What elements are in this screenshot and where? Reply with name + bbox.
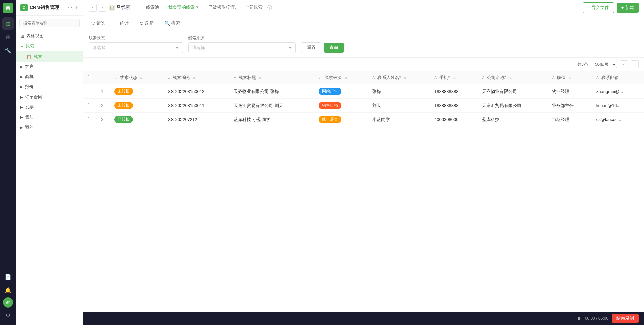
row-checkbox-cell [83, 84, 97, 99]
col-status-icon: ⊙ [114, 76, 117, 80]
document-icon[interactable]: 📄 [2, 270, 14, 283]
table-row[interactable]: 2 未转换 XS-202208150011 天逸汇贸易有限公司-刘天 销售自拓 … [83, 99, 644, 113]
end-recording-button[interactable]: 结束录制 [612, 314, 639, 323]
bell-icon[interactable]: 🔔 [2, 284, 14, 296]
tab-all-leads[interactable]: 全部线索 [240, 0, 267, 15]
tab-my-leads-arrow-icon[interactable]: ▼ [196, 5, 199, 9]
row-checkbox[interactable] [88, 103, 92, 107]
quote-arrow-icon: ▶ [20, 85, 23, 89]
sidebar-group-aftersale[interactable]: ▶ 售后 [16, 112, 83, 122]
select-all-checkbox[interactable] [88, 75, 92, 79]
sidebar-group-order[interactable]: ▶ 订单合同 [16, 92, 83, 102]
table-row[interactable]: 1 未转换 XS-202208150012 天齐物业有限公司-张梅 网站广告 张… [83, 84, 644, 99]
filter-status-select[interactable]: 请选择 ▼ [89, 42, 183, 53]
invoice-arrow-icon: ▶ [20, 105, 23, 109]
row-phone: 1888888888 [430, 84, 478, 99]
opportunity-arrow-icon: ▶ [20, 75, 23, 79]
col-phone-sort-icon[interactable]: ⇅ [452, 76, 455, 80]
order-arrow-icon: ▶ [20, 95, 23, 99]
filter-actions: 重置 查询 [301, 42, 344, 53]
mine-group-label: 我的 [25, 124, 34, 130]
col-company-sort-icon[interactable]: ⇅ [509, 76, 512, 80]
tab-info-icon[interactable]: ⓘ [267, 5, 272, 11]
row-checkbox-cell [83, 113, 97, 127]
import-label: 导入文件 [592, 5, 609, 11]
sidebar-group-invoice[interactable]: ▶ 发票 [16, 102, 83, 112]
sidebar-group-customer[interactable]: ▶ 客户 [16, 62, 83, 72]
stats-button[interactable]: ≈ 统计 [113, 19, 131, 28]
refresh-label: 刷新 [145, 20, 154, 26]
row-checkbox[interactable] [88, 89, 92, 93]
tabs: 线索池 我负责的线索 ▼ 已被领取/分配 全部线索 ⓘ [141, 0, 580, 15]
row-checkbox[interactable] [88, 117, 92, 121]
search-button[interactable]: 🔍 搜索 [162, 19, 183, 28]
table-view-label: 表格视图 [26, 33, 44, 39]
settings-icon[interactable]: ⚙ [2, 309, 14, 321]
refresh-button[interactable]: ↻ 刷新 [137, 19, 156, 28]
reset-button[interactable]: 重置 [301, 42, 321, 53]
apps-icon[interactable]: ⊞ [2, 31, 14, 43]
tab-leads-pool[interactable]: 线索池 [141, 0, 164, 15]
col-position-icon: A [552, 76, 554, 80]
sidebar-group-mine[interactable]: ▶ 我的 [16, 122, 83, 132]
col-serial-label: 线索编号 [173, 75, 190, 80]
user-avatar[interactable]: 谢 [3, 297, 13, 308]
col-source-icon: ⊙ [319, 76, 322, 80]
col-serial-sort-icon[interactable]: ⇅ [193, 76, 195, 80]
add-icon[interactable]: ＋ [74, 4, 79, 11]
table-row[interactable]: 3 已转换 XS-202207212 蓝库科技-小蓝同学 线下展会 小蓝同学 4… [83, 113, 644, 127]
topbar-actions: ↑ 导入文件 + 新建 [583, 2, 639, 13]
prev-page-button[interactable]: ‹ [620, 60, 628, 68]
quote-group-label: 报价 [25, 84, 34, 90]
col-email-icon: A [596, 76, 599, 80]
more-icon[interactable]: ··· [68, 4, 72, 11]
toolbar: ▽ 筛选 ≈ 统计 ↻ 刷新 🔍 搜索 [83, 15, 644, 31]
col-num [97, 71, 110, 84]
col-title-sort-icon[interactable]: ⇅ [259, 76, 261, 80]
col-status-sort-icon[interactable]: ⇅ [140, 76, 143, 80]
topbar: ‹ › 📋 吕线索 ··· 线索池 我负责的线索 ▼ 已被领取/分配 全部线索 … [83, 0, 644, 15]
new-button[interactable]: + 新建 [617, 3, 639, 13]
col-position-sort-icon[interactable]: ⇅ [568, 76, 571, 80]
sidebar-group-leads[interactable]: ▼ 线索 [16, 41, 83, 51]
col-contact-sort-icon[interactable]: ⇅ [404, 76, 406, 80]
play-pause-icon[interactable]: ⏸ [577, 316, 581, 321]
row-phone: 4000308000 [430, 113, 478, 127]
filter-status-label: 线索状态 [89, 35, 183, 41]
query-button[interactable]: 查询 [324, 43, 344, 53]
nav-forward-button[interactable]: › [98, 4, 106, 12]
source-badge: 线下展会 [319, 116, 341, 123]
list-icon[interactable]: ≡ [2, 58, 14, 70]
row-contact: 刘天 [368, 99, 430, 113]
bottom-bar: ⏸ 00:00 / 05:00 结束录制 [83, 312, 644, 325]
nav-back-button[interactable]: ‹ [89, 4, 97, 12]
sidebar-group-quote[interactable]: ▶ 报价 [16, 82, 83, 92]
col-source-sort-icon[interactable]: ⇅ [345, 76, 347, 80]
sidebar-item-table-view[interactable]: ⊞ 表格视图 [16, 31, 83, 41]
tab-my-leads[interactable]: 我负责的线索 ▼ [164, 0, 204, 15]
sidebar-group-opportunity[interactable]: ▶ 商机 [16, 72, 83, 82]
col-source: ⊙ 线索来源 ⇅ [315, 71, 368, 84]
breadcrumb-more-icon[interactable]: ··· [132, 5, 136, 10]
import-button[interactable]: ↑ 导入文件 [583, 2, 614, 13]
home-icon[interactable]: ⊞ [2, 17, 14, 30]
col-position: A 职位 ⇅ [548, 71, 592, 84]
tools-icon[interactable]: 🔧 [2, 44, 14, 57]
customer-group-label: 客户 [25, 64, 34, 70]
col-company-icon: A [482, 76, 484, 80]
sidebar-nav: ⊞ 表格视图 ▼ 线索 📋 线索 ▶ 客户 ▶ 商机 ▶ 报价 ▶ 订单合同 ▶ [16, 30, 83, 133]
customer-arrow-icon: ▶ [20, 65, 23, 69]
row-company: 蓝库科技 [478, 113, 548, 127]
filter-source-select[interactable]: 请选择 ▼ [188, 42, 296, 53]
tab-assigned[interactable]: 已被领取/分配 [204, 0, 241, 15]
per-page-select[interactable]: 50条/页 [591, 61, 617, 68]
filter-button[interactable]: ▽ 筛选 [89, 19, 108, 28]
next-page-button[interactable]: › [631, 60, 639, 68]
sidebar-item-leads[interactable]: 📋 线索 [16, 51, 83, 62]
sidebar-search-input[interactable] [19, 19, 80, 27]
mine-arrow-icon: ▶ [20, 125, 23, 129]
leads-group-label: 线索 [26, 43, 34, 49]
source-badge: 网站广告 [319, 88, 341, 95]
filter-row: 线索状态 请选择 ▼ 线索来源 请选择 ▼ 重置 查询 [89, 35, 639, 53]
filter-label: 筛选 [96, 20, 105, 26]
